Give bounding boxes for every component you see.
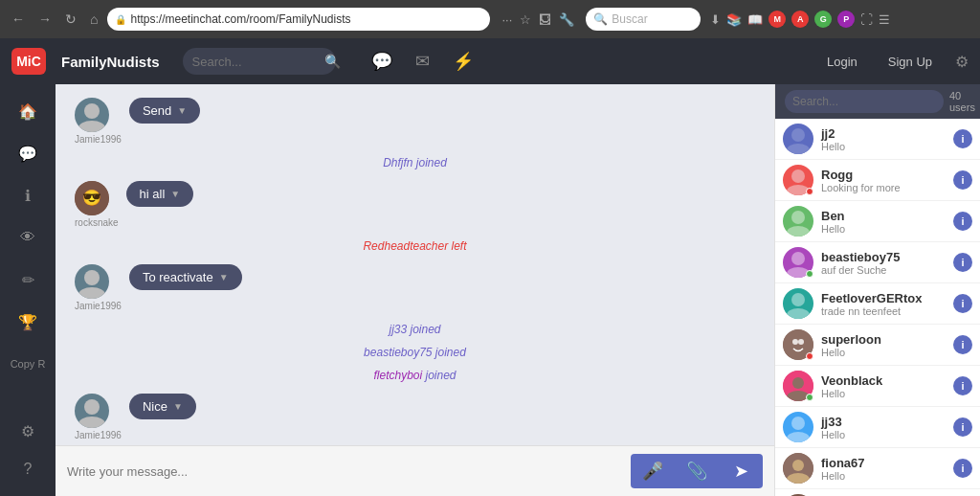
table-row: 😎 rocksnake hi all ▼ <box>75 181 755 228</box>
list-item[interactable]: superloon Hello i <box>775 325 980 366</box>
system-text: beastieboy75 joined <box>364 346 466 359</box>
users-search-input[interactable] <box>785 90 944 113</box>
browser-right-actions: ⬇ 📚 📖 M A G P ⛶ ☰ <box>710 11 890 28</box>
reload-button[interactable]: ↻ <box>61 10 80 29</box>
system-text: Dhfjfn joined <box>383 156 447 169</box>
svg-point-24 <box>791 417 805 430</box>
svg-point-12 <box>791 211 805 224</box>
user-status: trade nn teenfeet <box>821 305 946 317</box>
collections-icon[interactable]: 📚 <box>726 12 742 27</box>
svg-point-9 <box>787 144 810 154</box>
user-info-button[interactable]: i <box>953 294 972 313</box>
table-row: Jamie1996 Nice ▼ <box>75 394 755 440</box>
sidebar-item-help[interactable]: ? <box>9 450 47 488</box>
mic-badge: M <box>768 11 786 28</box>
extensions-icon[interactable]: ⛶ <box>860 12 873 27</box>
users-header: 40 users ♀♂ <box>775 84 980 119</box>
list-item[interactable]: beastieboy75 auf der Suche i <box>775 242 980 283</box>
bubble-col: To reactivate ▼ <box>129 264 242 290</box>
address-bar[interactable]: 🔒 https://meetinchat.com/room/FamilyNudi… <box>107 8 490 31</box>
sidebar-item-trophy[interactable]: 🏆 <box>9 303 47 341</box>
send-button[interactable]: ➤ <box>719 454 763 488</box>
user-info-button[interactable]: i <box>953 170 972 190</box>
chat-input[interactable] <box>67 464 623 479</box>
browser-search[interactable]: 🔍 Buscar <box>586 8 701 31</box>
message-bubble[interactable]: Send ▼ <box>129 98 200 124</box>
home-button[interactable]: ⌂ <box>86 10 101 29</box>
list-item[interactable]: fiona67 Hello i <box>775 448 980 489</box>
user-info-button[interactable]: i <box>953 129 972 148</box>
star-icon[interactable]: ⛾ <box>539 12 551 27</box>
mic-button[interactable]: 🎤 <box>631 454 675 488</box>
system-text: fletchyboi joined <box>373 369 456 382</box>
sidebar-item-edit[interactable]: ✏ <box>9 260 47 299</box>
settings-nav-icon[interactable]: ⚙ <box>955 53 969 71</box>
user-status: Looking for more <box>821 182 946 193</box>
app-wrapper: MiC FamilyNudists 🔍 💬 ✉ ⚡ Login Sign Up … <box>0 38 980 496</box>
list-item[interactable]: Rogg Looking for more i <box>775 160 980 201</box>
user-status: Hello <box>821 429 946 440</box>
avatar <box>75 98 109 132</box>
user-info-button[interactable]: i <box>953 335 972 354</box>
back-button[interactable]: ← <box>8 10 29 29</box>
message-text: Nice <box>143 399 167 414</box>
nav-search-input[interactable] <box>183 48 336 75</box>
reader-icon[interactable]: 📖 <box>747 12 763 27</box>
user-info-button[interactable]: i <box>953 417 972 437</box>
user-name: Ben <box>821 209 946 223</box>
list-item[interactable]: jj33 Hello i <box>775 407 980 448</box>
message-bubble[interactable]: hi all ▼ <box>126 181 194 207</box>
sidebar-item-view[interactable]: 👁 <box>9 218 47 257</box>
sidebar-item-copy[interactable]: Copy R <box>9 345 47 383</box>
svg-point-27 <box>792 460 804 471</box>
message-bubble[interactable]: Nice ▼ <box>129 394 196 419</box>
sidebar-item-settings[interactable]: ⚙ <box>9 412 47 450</box>
user-info: fiona67 Hello <box>821 456 946 482</box>
online-dot <box>806 394 813 401</box>
message-bubble[interactable]: To reactivate ▼ <box>129 264 242 290</box>
profile-avatar-3[interactable]: P <box>837 11 855 28</box>
menu-icon[interactable]: ☰ <box>879 12 890 27</box>
more-button[interactable]: ··· <box>501 12 512 27</box>
bookmark-icon[interactable]: ☆ <box>520 12 531 27</box>
bolt-nav-icon[interactable]: ⚡ <box>449 47 478 76</box>
user-name: FeetloverGERtox <box>821 291 946 305</box>
profile-avatar-2[interactable]: G <box>814 11 832 28</box>
attach-button[interactable]: 📎 <box>675 454 719 488</box>
svg-point-1 <box>78 121 105 132</box>
signup-button[interactable]: Sign Up <box>880 51 940 73</box>
sidebar-item-home[interactable]: 🏠 <box>9 92 47 130</box>
svg-point-19 <box>792 339 798 345</box>
user-name: Rogg <box>821 168 946 182</box>
list-item[interactable]: Veonblack Hello i <box>775 366 980 407</box>
avatar-wrapper <box>783 165 813 195</box>
chat-nav-icon[interactable]: 💬 <box>368 47 396 76</box>
user-info-button[interactable]: i <box>953 376 972 395</box>
user-info-button[interactable]: i <box>953 253 972 272</box>
list-item[interactable]: jj2 Hello i <box>775 119 980 160</box>
download-icon[interactable]: ⬇ <box>710 12 721 27</box>
tools-icon[interactable]: 🔧 <box>559 12 574 27</box>
chat-input-actions: 🎤 📎 ➤ <box>631 454 763 488</box>
message-col: Jamie1996 <box>75 98 122 145</box>
browser-chrome: ← → ↻ ⌂ 🔒 https://meetinchat.com/room/Fa… <box>0 0 980 38</box>
login-button[interactable]: Login <box>819 51 865 73</box>
sidebar-item-info[interactable]: ℹ <box>9 176 47 214</box>
user-avatar <box>783 288 813 319</box>
sidebar-item-chat[interactable]: 💬 <box>9 134 47 172</box>
user-info-button[interactable]: i <box>953 212 972 231</box>
list-item[interactable]: FeetloverGERtox trade nn teenfeet i <box>775 283 980 325</box>
avatar-wrapper <box>783 371 813 401</box>
user-status: Hello <box>821 347 946 358</box>
mail-nav-icon[interactable]: ✉ <box>412 47 434 76</box>
username-label: rocksnake <box>75 217 119 228</box>
user-info-button[interactable]: i <box>953 459 972 478</box>
lock-icon: 🔒 <box>115 14 126 25</box>
list-item[interactable]: Ben Hello i <box>775 201 980 242</box>
message-text: Send <box>143 103 171 118</box>
profile-avatar[interactable]: A <box>791 11 809 28</box>
forward-button[interactable]: → <box>34 10 56 29</box>
svg-point-0 <box>84 103 100 119</box>
chat-messages[interactable]: Jamie1996 Send ▼ Dhfjfn joined <box>56 84 774 445</box>
list-item[interactable]: Janina Hallöchen i <box>775 489 980 496</box>
